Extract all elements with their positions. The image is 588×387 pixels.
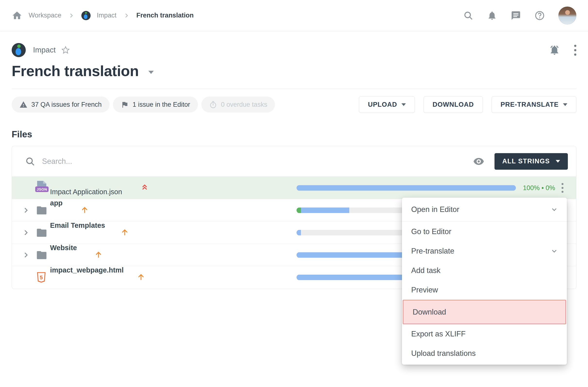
chevron-right-icon <box>123 12 130 19</box>
menu-item-label: Export as XLIFF <box>411 330 466 338</box>
menu-item-preview[interactable]: Preview <box>402 280 567 300</box>
chevron-down-icon <box>550 247 558 255</box>
expand-chevron-icon[interactable] <box>21 251 30 259</box>
editor-issues-badge[interactable]: 1 issue in the Editor <box>113 96 198 113</box>
pre-translate-button[interactable]: PRE-TRANSLATE <box>492 96 576 113</box>
page-title: French translation <box>12 63 139 79</box>
breadcrumb: Workspace Impact French translation <box>12 10 194 21</box>
menu-item-label: Preview <box>411 286 438 294</box>
json-badge-label: JSON <box>35 186 49 192</box>
upload-button[interactable]: UPLOAD <box>359 96 415 113</box>
help-icon[interactable] <box>535 10 545 21</box>
table-row-impact-application-json[interactable]: JSON Impact Application.json 100% • 0% <box>12 177 576 199</box>
title-row: French translation <box>12 63 576 79</box>
menu-item-label: Pre-translate <box>411 247 454 255</box>
progress-stats: 100% • 0% <box>523 184 555 192</box>
warning-triangle-icon <box>20 101 27 109</box>
messages-icon[interactable] <box>511 10 521 21</box>
menu-item-upload-translations[interactable]: Upload translations <box>402 344 567 363</box>
eye-visibility-icon[interactable] <box>473 156 484 167</box>
topbar-actions <box>463 7 576 24</box>
menu-item-label: Go to Editor <box>411 227 451 236</box>
menu-item-export-as-xliff[interactable]: Export as XLIFF <box>402 324 567 344</box>
menu-item-add-task[interactable]: Add task <box>402 261 567 280</box>
notifications-bell-icon[interactable] <box>487 10 497 21</box>
editor-issues-label: 1 issue in the Editor <box>133 101 190 108</box>
stopwatch-icon <box>209 101 217 109</box>
folder-icon <box>37 229 47 237</box>
html-file-icon: 5 <box>37 272 46 283</box>
menu-item-label: Upload translations <box>411 349 476 358</box>
search-icon[interactable] <box>463 10 473 21</box>
breadcrumb-current-page: French translation <box>136 12 194 19</box>
flag-icon <box>121 101 129 109</box>
expand-chevron-icon[interactable] <box>21 228 30 237</box>
download-button-label: DOWNLOAD <box>433 101 474 108</box>
notifications-ring-icon[interactable] <box>549 45 560 56</box>
file-context-menu: Open in Editor Go to Editor Pre-translat… <box>402 198 567 365</box>
files-search-row: ALL STRINGS <box>12 146 576 177</box>
priority-up-arrow-icon <box>81 206 89 214</box>
pre-translate-button-label: PRE-TRANSLATE <box>501 101 559 108</box>
chevron-down-icon <box>401 103 406 106</box>
folder-name[interactable]: app <box>50 199 63 207</box>
top-navigation-bar: Workspace Impact French translation <box>0 0 588 31</box>
files-section-title: Files <box>12 129 576 139</box>
app-window: Workspace Impact French translation <box>0 0 588 387</box>
qa-issues-label: 37 QA issues for French <box>31 101 102 108</box>
project-name[interactable]: Impact <box>33 46 56 54</box>
menu-item-label: Download <box>413 308 446 317</box>
menu-item-download[interactable]: Download <box>403 300 566 324</box>
project-logo-small <box>81 11 91 20</box>
download-button[interactable]: DOWNLOAD <box>423 96 483 113</box>
menu-item-go-to-editor[interactable]: Go to Editor <box>402 222 567 241</box>
user-avatar[interactable] <box>558 7 576 24</box>
chevron-down-icon <box>563 103 567 106</box>
project-header: Impact <box>12 43 576 57</box>
favorite-star-icon[interactable] <box>62 46 70 54</box>
folder-icon <box>37 251 47 259</box>
priority-up-arrow-icon <box>121 228 129 236</box>
priority-up-arrow-icon <box>94 251 103 259</box>
svg-text:5: 5 <box>40 274 43 280</box>
title-dropdown-caret-icon[interactable] <box>148 71 154 74</box>
search-input[interactable] <box>42 157 473 166</box>
search-icon <box>25 156 35 166</box>
menu-item-label: Open in Editor <box>411 205 459 214</box>
breadcrumb-workspace[interactable]: Workspace <box>29 12 62 19</box>
overdue-tasks-badge[interactable]: 0 overdue tasks <box>201 96 275 113</box>
file-name[interactable]: impact_webpage.html <box>50 266 124 274</box>
priority-up-arrow-icon <box>137 273 145 281</box>
priority-high-icon <box>141 183 149 192</box>
breadcrumb-project[interactable]: Impact <box>97 12 117 19</box>
expand-chevron-icon[interactable] <box>21 206 30 215</box>
menu-item-label: Add task <box>411 266 441 275</box>
chevron-right-icon <box>68 12 75 19</box>
qa-issues-badge[interactable]: 37 QA issues for French <box>12 96 109 113</box>
file-name[interactable]: Impact Application.json <box>50 188 122 196</box>
upload-button-label: UPLOAD <box>368 101 397 108</box>
row-more-menu-icon[interactable] <box>562 183 564 193</box>
menu-item-open-in-editor[interactable]: Open in Editor <box>402 198 567 222</box>
overdue-tasks-label: 0 overdue tasks <box>221 101 267 108</box>
home-icon[interactable] <box>12 10 22 21</box>
chevron-down-icon <box>556 160 560 163</box>
folder-name[interactable]: Email Templates <box>50 222 105 229</box>
folder-icon <box>37 206 47 214</box>
folder-name[interactable]: Website <box>50 244 77 252</box>
strings-filter-label: ALL STRINGS <box>502 158 550 165</box>
progress-bar <box>296 185 516 191</box>
header-divider <box>12 89 576 89</box>
strings-filter-button[interactable]: ALL STRINGS <box>495 153 568 170</box>
project-more-menu-icon[interactable] <box>574 45 576 56</box>
toolbar: 37 QA issues for French 1 issue in the E… <box>12 96 576 113</box>
project-logo <box>12 43 26 57</box>
menu-item-pre-translate[interactable]: Pre-translate <box>402 241 567 261</box>
chevron-down-icon <box>550 206 558 213</box>
